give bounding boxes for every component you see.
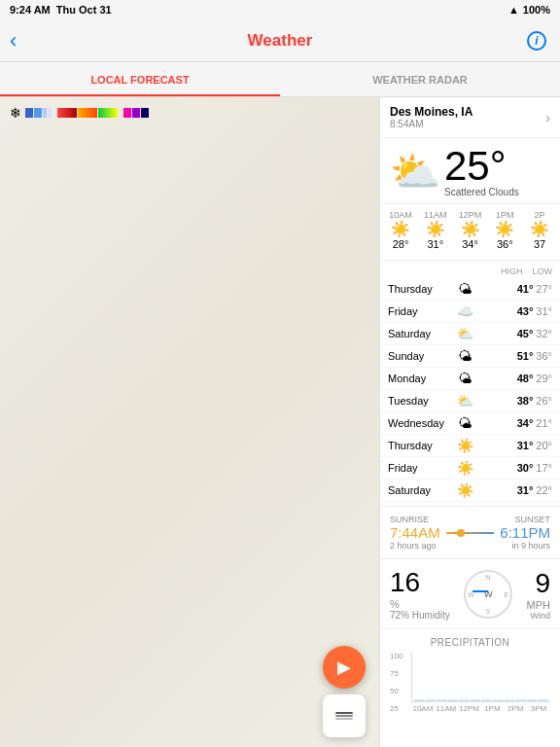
hourly-time-4: 2P xyxy=(534,210,544,220)
daily-row-4: Monday 🌤 48° 29° xyxy=(380,368,560,390)
daily-day-8: Friday xyxy=(388,462,454,474)
daily-icon-9: ☀️ xyxy=(454,482,475,498)
hourly-item-3: 1PM ☀️ 36° xyxy=(490,210,519,250)
daily-header: HIGH LOW xyxy=(380,265,560,278)
daily-day-0: Thursday xyxy=(388,283,454,295)
daily-icon-6: 🌤 xyxy=(454,415,475,431)
hourly-temp-2: 34° xyxy=(462,238,478,250)
hourly-temp-3: 36° xyxy=(497,238,513,250)
nav-bar: ‹ Weather i xyxy=(0,19,560,62)
daily-day-9: Saturday xyxy=(388,484,454,496)
precip-y-25: 25 xyxy=(390,704,409,713)
wind-speed-block: 9 MPH Wind xyxy=(527,568,550,621)
precip-y-100: 100 xyxy=(390,652,409,660)
back-button[interactable]: ‹ xyxy=(10,28,17,53)
precip-x-0: 10AM xyxy=(411,704,435,713)
location-info: Des Moines, IA 8:54AM xyxy=(390,105,472,129)
wind-block: 16 % 72% Humidity W S N W E 9 MPH Wind xyxy=(380,559,560,629)
daily-temps-3: 51° 36° xyxy=(517,350,552,362)
daily-temps-6: 34° 21° xyxy=(517,417,552,429)
precip-x-5: 3PM xyxy=(527,704,550,713)
daily-row-0: Thursday 🌤 41° 27° xyxy=(380,278,560,301)
map-area[interactable]: 90 90 35 80 IOWA MISSOURI Minneapolis Sa… xyxy=(0,97,379,747)
daily-icon-8: ☀️ xyxy=(454,460,475,476)
daily-temps-4: 48° 29° xyxy=(517,373,552,384)
status-time: 9:24 AM xyxy=(10,4,51,16)
daily-row-7: Thursday ☀️ 31° 20° xyxy=(380,435,560,457)
precip-label: PRECIPITATION xyxy=(390,637,550,648)
sunrise-time: 7:44AM xyxy=(390,524,440,541)
humidity-unit: % xyxy=(390,598,450,610)
precip-chart xyxy=(411,652,550,702)
location-chevron: › xyxy=(545,110,550,125)
sun-arc xyxy=(446,518,495,548)
daily-icon-1: ☁️ xyxy=(454,303,475,319)
sun-times: SUNRISE 7:44AM 2 hours ago SUNSET 6:11PM… xyxy=(380,507,560,559)
wifi-icon: ▲ xyxy=(508,4,519,16)
hourly-time-3: 1PM xyxy=(496,210,514,220)
battery-status: 100% xyxy=(523,4,550,16)
main-content: 90 90 35 80 IOWA MISSOURI Minneapolis Sa… xyxy=(0,97,560,747)
svg-rect-124 xyxy=(335,718,353,720)
hourly-item-0: 10AM ☀️ 28° xyxy=(386,210,415,250)
current-weather: ⛅ 25° Scattered Clouds xyxy=(380,138,560,204)
hourly-forecast: 10AM ☀️ 28° 11AM ☀️ 31° 12PM ☀️ 34° 1PM … xyxy=(380,204,560,261)
hourly-icon-3: ☀️ xyxy=(495,220,514,238)
daily-icon-2: ⛅ xyxy=(454,326,475,341)
daily-icon-4: 🌤 xyxy=(454,371,475,386)
hourly-time-2: 12PM xyxy=(459,210,482,220)
sunrise-sublabel: 2 hours ago xyxy=(390,541,440,551)
precip-x-4: 2PM xyxy=(504,704,527,713)
hourly-icon-2: ☀️ xyxy=(461,220,480,238)
daily-forecast: HIGH LOW Thursday 🌤 41° 27° Friday ☁️ 43… xyxy=(380,261,560,507)
map-play-button[interactable]: ▶ xyxy=(323,646,366,689)
wind-left: 16 % 72% Humidity xyxy=(390,567,450,621)
tab-local-forecast[interactable]: LOCAL FORECAST xyxy=(0,62,280,96)
map-legend: ❄ xyxy=(10,103,369,123)
hourly-item-2: 12PM ☀️ 34° xyxy=(456,210,485,250)
sunset-block: SUNSET 6:11PM in 9 hours xyxy=(500,515,550,551)
precip-x-axis: 10AM 11AM 12PM 1PM 2PM 3PM xyxy=(411,704,550,713)
daily-row-6: Wednesday 🌤 34° 21° xyxy=(380,412,560,435)
daily-day-4: Monday xyxy=(388,373,454,384)
nav-title: Weather xyxy=(248,31,313,51)
daily-temps-5: 38° 26° xyxy=(517,395,552,407)
precip-block: PRECIPITATION 100 75 50 25 xyxy=(380,629,560,721)
weather-panel: Des Moines, IA 8:54AM › ⛅ 25° Scattered … xyxy=(379,97,560,747)
current-location[interactable]: Des Moines, IA 8:54AM › xyxy=(380,97,560,138)
hourly-time-0: 10AM xyxy=(389,210,412,220)
daily-row-8: Friday ☀️ 30° 17° xyxy=(380,457,560,480)
sun-row: SUNRISE 7:44AM 2 hours ago SUNSET 6:11PM… xyxy=(390,515,550,551)
daily-header-hl: HIGH LOW xyxy=(501,267,552,276)
sunset-label: SUNSET xyxy=(500,515,550,524)
info-button[interactable]: i xyxy=(527,31,546,51)
hourly-icon-1: ☀️ xyxy=(426,220,445,238)
sun-arc-line xyxy=(446,532,495,534)
precip-x-3: 1PM xyxy=(480,704,504,713)
sunrise-label: SUNRISE xyxy=(390,515,440,524)
daily-temps-0: 41° 27° xyxy=(517,283,552,295)
current-description: Scattered Clouds xyxy=(444,187,519,197)
daily-day-7: Thursday xyxy=(388,440,454,451)
precip-x-2: 12PM xyxy=(458,704,481,713)
precip-y-50: 50 xyxy=(390,687,409,695)
map-layers-button[interactable] xyxy=(323,694,366,737)
location-time: 8:54AM xyxy=(390,119,472,129)
daily-row-3: Sunday 🌤 51° 36° xyxy=(380,345,560,368)
wind-speed-num: 9 xyxy=(527,568,550,599)
current-weather-icon: ⛅ xyxy=(390,148,440,196)
wind-label: Wind xyxy=(527,611,550,621)
wind-speed-unit: MPH xyxy=(527,599,550,611)
hourly-time-1: 11AM xyxy=(424,210,447,220)
daily-temps-2: 45° 32° xyxy=(517,328,552,339)
precip-x-1: 11AM xyxy=(435,704,458,713)
daily-temps-9: 31° 22° xyxy=(517,484,552,496)
hourly-temp-1: 31° xyxy=(427,238,443,250)
hourly-item-1: 11AM ☀️ 31° xyxy=(421,210,450,250)
svg-rect-123 xyxy=(335,715,353,717)
daily-day-6: Wednesday xyxy=(388,417,454,429)
daily-icon-7: ☀️ xyxy=(454,438,475,453)
tab-weather-radar[interactable]: WEATHER RADAR xyxy=(280,62,560,96)
hourly-item-4: 2P ☀️ 37 xyxy=(525,210,554,250)
daily-row-2: Saturday ⛅ 45° 32° xyxy=(380,323,560,345)
